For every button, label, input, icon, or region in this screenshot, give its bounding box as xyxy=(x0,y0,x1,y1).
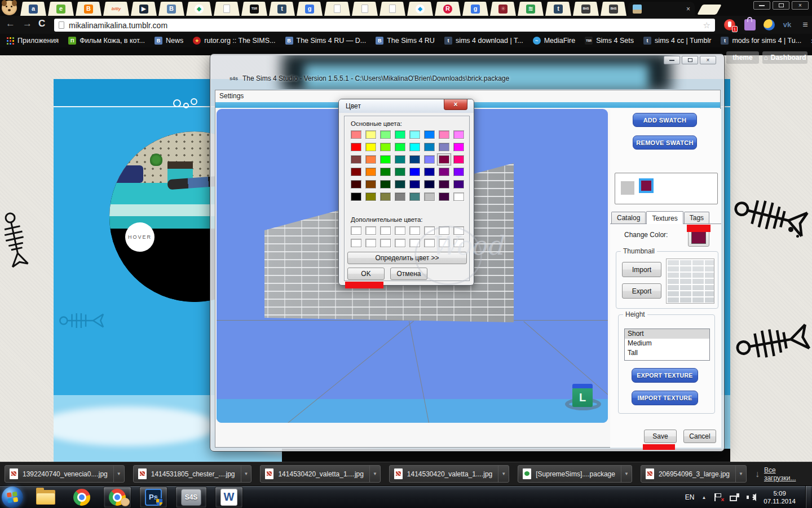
color-cell[interactable] xyxy=(395,155,405,164)
custom-color-cell[interactable] xyxy=(424,226,435,235)
color-cell[interactable] xyxy=(409,192,420,201)
clock[interactable]: 5:09 07.11.2014 xyxy=(764,489,796,505)
forward-icon[interactable]: → xyxy=(23,18,32,29)
color-cell[interactable] xyxy=(439,143,449,151)
bookmark-item[interactable]: tsims 4 cc | Tumblr xyxy=(643,37,711,45)
browser-tab[interactable] xyxy=(379,2,405,16)
export-texture-button[interactable]: EXPORT TEXTURE xyxy=(632,368,698,383)
tray-expand-icon[interactable]: ▲ xyxy=(701,495,706,500)
save-button[interactable]: Save xyxy=(644,430,677,443)
color-cell[interactable] xyxy=(365,168,376,176)
bookmark-item[interactable]: BThe Sims 4 RU xyxy=(376,37,435,45)
custom-color-cell[interactable] xyxy=(380,226,391,235)
browser-tab[interactable]: R xyxy=(435,2,461,16)
browser-tab[interactable]: B xyxy=(158,2,184,16)
color-cell[interactable] xyxy=(453,130,464,139)
swatch[interactable] xyxy=(621,181,634,195)
color-cell[interactable] xyxy=(439,168,449,176)
color-cell[interactable] xyxy=(380,192,391,201)
taskbar-photoshop[interactable]: Ps xyxy=(139,487,167,508)
custom-color-cell[interactable] xyxy=(395,226,405,235)
browser-tab[interactable]: BHS xyxy=(601,2,626,16)
download-item[interactable]: 1392240740_venecia0....jpg▼ xyxy=(5,465,125,483)
color-cell[interactable] xyxy=(424,192,435,201)
dashboard-button[interactable]: ⌂Dashboard xyxy=(762,51,807,64)
bookmark-item[interactable]: BNews xyxy=(155,37,183,45)
color-cell[interactable] xyxy=(351,168,361,176)
color-cell[interactable] xyxy=(409,180,420,189)
color-cell[interactable] xyxy=(439,180,449,189)
cancel-button[interactable]: Cancel xyxy=(683,430,716,443)
color-cell[interactable] xyxy=(351,130,361,139)
browser-tab[interactable]: a xyxy=(20,2,46,16)
color-cell[interactable] xyxy=(409,130,420,139)
taskbar-chrome-active[interactable] xyxy=(103,487,131,508)
maximize-icon[interactable] xyxy=(682,56,698,64)
color-cell[interactable] xyxy=(395,130,405,139)
dialog-cancel-button[interactable]: Отмена xyxy=(390,268,427,280)
browser-tab[interactable] xyxy=(324,2,350,16)
browser-tab[interactable] xyxy=(352,2,378,16)
color-cell-selected[interactable] xyxy=(439,155,449,164)
browser-tab[interactable]: t xyxy=(545,2,571,16)
new-tab-button[interactable] xyxy=(697,5,722,15)
minimize-icon[interactable] xyxy=(753,1,770,10)
custom-color-cell[interactable] xyxy=(439,239,449,247)
color-cell[interactable] xyxy=(351,155,361,164)
color-cell[interactable] xyxy=(409,168,420,176)
custom-color-cell[interactable] xyxy=(351,226,361,235)
tab-tags[interactable]: Tags xyxy=(684,212,709,224)
close-icon[interactable]: × xyxy=(444,99,467,110)
color-cell[interactable] xyxy=(351,143,361,151)
start-button[interactable] xyxy=(2,487,23,508)
browser-tab[interactable]: t xyxy=(269,2,295,16)
download-chevron-icon[interactable]: ▼ xyxy=(621,466,632,482)
vk-extension-icon[interactable]: vk xyxy=(782,19,793,30)
height-option[interactable]: Tall xyxy=(625,348,709,358)
color-cell[interactable] xyxy=(424,130,435,139)
color-cell[interactable] xyxy=(351,180,361,189)
bookmark-item[interactable]: BThe Sims 4 RU — D... xyxy=(285,37,367,45)
download-chevron-icon[interactable]: ▼ xyxy=(498,466,509,482)
download-chevron-icon[interactable]: ▼ xyxy=(369,466,380,482)
browser-tab[interactable]: ◆ xyxy=(186,2,212,16)
color-cell[interactable] xyxy=(453,192,464,201)
color-cell[interactable] xyxy=(453,143,464,151)
color-cell[interactable] xyxy=(395,192,405,201)
color-cell[interactable] xyxy=(424,180,435,189)
browser-tab[interactable]: B xyxy=(76,2,102,16)
language-indicator[interactable]: EN xyxy=(685,493,695,501)
lot-marker-cube[interactable]: L xyxy=(572,388,593,407)
swatch-selected[interactable] xyxy=(639,178,654,193)
tab-close-icon[interactable]: × xyxy=(686,5,690,13)
download-chevron-icon[interactable]: ▼ xyxy=(113,466,124,482)
close-icon[interactable]: × xyxy=(792,1,809,10)
custom-color-cell[interactable] xyxy=(453,239,464,247)
color-cell[interactable] xyxy=(380,180,391,189)
browser-tab[interactable]: bitly xyxy=(103,2,129,16)
define-color-button[interactable]: Определить цвет >> xyxy=(347,252,467,264)
color-cell[interactable] xyxy=(409,143,420,151)
height-option[interactable]: Short xyxy=(625,329,709,339)
color-cell[interactable] xyxy=(395,143,405,151)
ok-button[interactable]: OK xyxy=(347,268,385,280)
taskbar-s4s[interactable]: S4S xyxy=(175,487,207,508)
remove-swatch-button[interactable]: REMOVE SWATCH xyxy=(633,135,697,150)
back-icon[interactable]: ← xyxy=(6,18,15,29)
color-cell[interactable] xyxy=(395,168,405,176)
browser-tab[interactable]: g xyxy=(297,2,323,16)
bookmark-item[interactable]: ~MediaFire xyxy=(533,37,576,45)
download-chevron-icon[interactable]: ▼ xyxy=(241,466,251,482)
download-item[interactable]: 206954096_3_large.jpg▼ xyxy=(641,465,747,483)
browser-tab[interactable]: ◆ xyxy=(407,2,433,16)
color-cell[interactable] xyxy=(439,130,449,139)
custom-color-cell[interactable] xyxy=(395,239,405,247)
volume-icon[interactable] xyxy=(747,493,756,501)
height-option[interactable]: Medium xyxy=(625,339,709,348)
tab-textures[interactable]: Textures xyxy=(646,211,683,224)
color-cell[interactable] xyxy=(380,130,391,139)
download-item[interactable]: 1414530420_valetta_1....jpg▼ xyxy=(260,465,380,483)
bookmark-item[interactable]: ПФильм Кожа, в кот... xyxy=(68,37,145,45)
download-item[interactable]: [SupremeSims]....package▼ xyxy=(518,465,632,483)
download-chevron-icon[interactable]: ▼ xyxy=(735,466,746,482)
